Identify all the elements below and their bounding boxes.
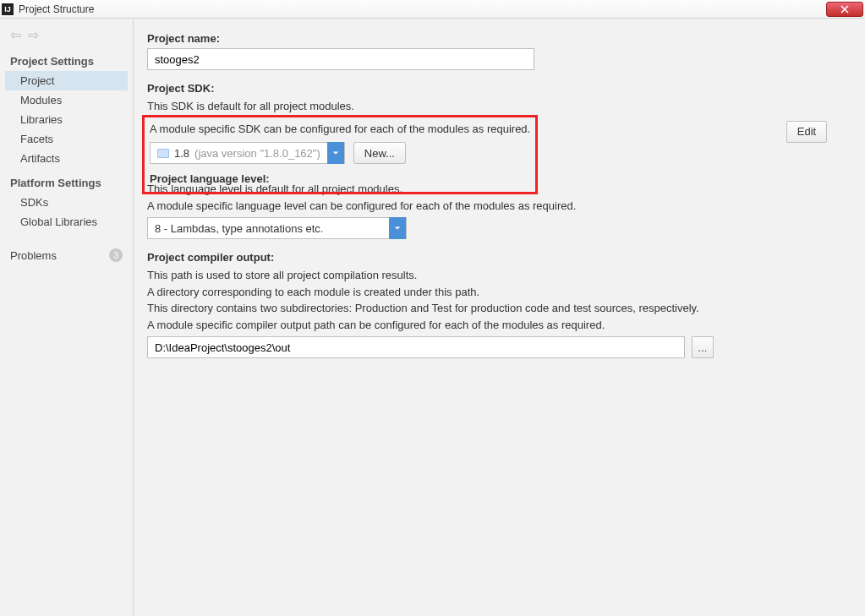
chevron-down-icon bbox=[327, 142, 344, 164]
sidebar-item-problems[interactable]: Problems 3 bbox=[5, 245, 128, 265]
highlight-box: A module specific SDK can be configured … bbox=[142, 115, 538, 195]
sdk-version: (java version "1.8.0_162") bbox=[194, 147, 320, 160]
app-icon: IJ bbox=[2, 3, 14, 15]
nav-forward-icon[interactable]: ⇨ bbox=[28, 27, 39, 43]
sidebar-item-global-libraries[interactable]: Global Libraries bbox=[5, 212, 128, 232]
title-bar: IJ Project Structure bbox=[0, 0, 865, 19]
sidebar-group-project-settings: Project Settings bbox=[5, 52, 128, 71]
close-icon bbox=[840, 5, 849, 14]
project-name-input[interactable] bbox=[147, 48, 534, 70]
sidebar-item-facets[interactable]: Facets bbox=[5, 129, 128, 149]
browse-output-button[interactable]: ... bbox=[692, 336, 714, 358]
nav-back-icon[interactable]: ⇦ bbox=[10, 27, 21, 43]
chevron-down-icon bbox=[389, 217, 406, 239]
sidebar-item-modules[interactable]: Modules bbox=[5, 90, 128, 110]
sidebar-item-sdks[interactable]: SDKs bbox=[5, 193, 128, 212]
project-sdk-label: Project SDK: bbox=[147, 82, 851, 95]
content-panel: Project name: Project SDK: This SDK is d… bbox=[134, 19, 865, 616]
out-desc-2: A directory corresponding to each module… bbox=[147, 284, 851, 301]
sdk-value: 1.8 bbox=[174, 147, 189, 160]
problems-count-badge: 3 bbox=[109, 248, 123, 262]
sidebar: ⇦ ⇨ Project Settings Project Modules Lib… bbox=[0, 19, 134, 616]
compiler-output-input[interactable] bbox=[147, 336, 685, 358]
new-sdk-button[interactable]: New... bbox=[353, 142, 406, 164]
sidebar-item-project[interactable]: Project bbox=[5, 71, 128, 90]
language-level-label: Project language level: bbox=[150, 172, 530, 185]
out-desc-4: A module specific compiler output path c… bbox=[147, 317, 851, 334]
sidebar-group-platform-settings: Platform Settings bbox=[5, 173, 128, 193]
project-name-label: Project name: bbox=[147, 32, 851, 45]
language-level-dropdown[interactable]: 8 - Lambdas, type annotations etc. bbox=[147, 217, 407, 239]
close-button[interactable] bbox=[826, 2, 863, 17]
compiler-output-label: Project compiler output: bbox=[147, 251, 851, 264]
sdk-desc-2: A module specific SDK can be configured … bbox=[150, 121, 530, 138]
out-desc-3: This directory contains two subdirectori… bbox=[147, 300, 851, 317]
edit-sdk-button[interactable]: Edit bbox=[786, 121, 827, 143]
out-desc-1: This path is used to store all project c… bbox=[147, 267, 851, 284]
window-title: Project Structure bbox=[19, 3, 94, 15]
sidebar-item-artifacts[interactable]: Artifacts bbox=[5, 149, 128, 168]
language-level-value: 8 - Lambdas, type annotations etc. bbox=[148, 222, 389, 235]
lang-desc-2: A module specific language level can be … bbox=[147, 198, 851, 215]
folder-icon bbox=[157, 149, 169, 158]
sidebar-item-libraries[interactable]: Libraries bbox=[5, 110, 128, 129]
sdk-desc-1: This SDK is default for all project modu… bbox=[147, 98, 851, 115]
project-sdk-dropdown[interactable]: 1.8 (java version "1.8.0_162") bbox=[150, 142, 345, 164]
